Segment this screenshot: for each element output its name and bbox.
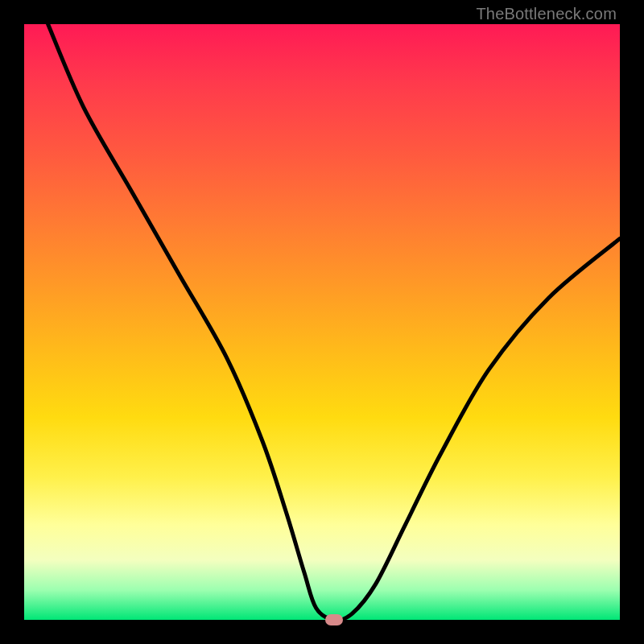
bottleneck-curve — [24, 24, 620, 620]
watermark-text: TheBottleneck.com — [476, 5, 617, 23]
minimum-marker — [325, 614, 343, 625]
chart-frame: TheBottleneck.com — [0, 0, 644, 644]
plot-area — [24, 24, 620, 620]
